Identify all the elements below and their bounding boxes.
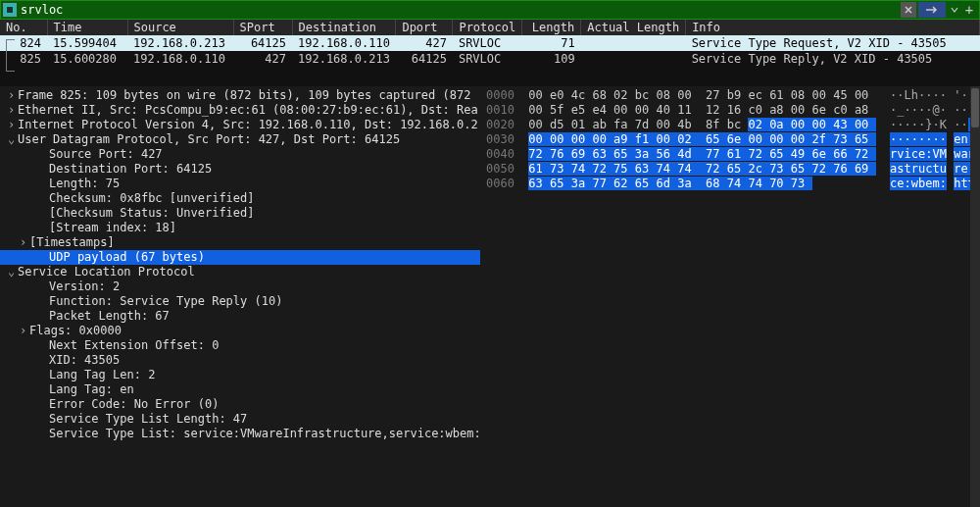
- hex-byte[interactable]: 00: [656, 118, 669, 131]
- hex-byte[interactable]: 73: [791, 177, 805, 190]
- hex-byte[interactable]: 00: [812, 118, 826, 131]
- hex-byte[interactable]: 73: [833, 132, 847, 146]
- hex-byte[interactable]: 65: [635, 177, 649, 190]
- hex-byte[interactable]: 00: [791, 103, 805, 117]
- hex-byte[interactable]: 2f: [812, 132, 826, 146]
- col-actual-length[interactable]: Actual Length: [581, 20, 686, 35]
- col-length[interactable]: Length: [522, 20, 581, 35]
- hex-byte[interactable]: 08: [791, 88, 805, 102]
- col-sport[interactable]: SPort: [233, 20, 292, 35]
- tree-node[interactable]: Function: Service Type Reply (10): [0, 294, 480, 309]
- tree-node[interactable]: ›Flags: 0x0000: [0, 324, 480, 338]
- display-filter-input[interactable]: [21, 3, 901, 17]
- clear-filter-button[interactable]: [901, 2, 916, 18]
- hex-byte[interactable]: e5: [571, 103, 585, 117]
- hex-byte[interactable]: 72: [592, 162, 606, 176]
- hex-line[interactable]: 0020 00 d5 01 ab fa 7d 00 4b 8f bc 02 0a…: [486, 118, 974, 132]
- hex-byte[interactable]: 69: [571, 147, 585, 161]
- hex-byte[interactable]: a8: [855, 103, 868, 117]
- hex-byte[interactable]: 6e: [812, 147, 826, 161]
- hex-byte[interactable]: e4: [592, 103, 606, 117]
- hex-byte[interactable]: 65: [791, 162, 805, 176]
- hex-byte[interactable]: 02: [677, 132, 691, 146]
- hex-byte[interactable]: 76: [550, 147, 564, 161]
- hex-byte[interactable]: 00: [571, 132, 585, 146]
- hex-byte[interactable]: 11: [677, 103, 691, 117]
- hex-line[interactable]: 0040 72 76 69 63 65 3a 56 4d 77 61 72 65…: [486, 147, 974, 162]
- hex-byte[interactable]: 70: [769, 177, 783, 190]
- hex-byte[interactable]: d5: [550, 118, 564, 131]
- col-source[interactable]: Source: [127, 20, 233, 35]
- hex-byte[interactable]: 72: [748, 147, 761, 161]
- hex-line[interactable]: 0000 00 e0 4c 68 02 bc 08 00 27 b9 ec 61…: [486, 88, 974, 103]
- hex-byte[interactable]: 63: [635, 162, 649, 176]
- hex-byte[interactable]: 00: [677, 88, 691, 102]
- hex-byte[interactable]: 7d: [635, 118, 649, 131]
- hex-byte[interactable]: 66: [833, 147, 847, 161]
- hex-byte[interactable]: 68: [706, 177, 719, 190]
- hex-byte[interactable]: 65: [706, 132, 719, 146]
- hex-byte[interactable]: 00: [656, 132, 669, 146]
- hex-byte[interactable]: 65: [613, 147, 627, 161]
- tree-node[interactable]: ›Internet Protocol Version 4, Src: 192.1…: [0, 118, 480, 132]
- hex-byte[interactable]: bc: [635, 88, 649, 102]
- hex-line[interactable]: 0050 61 73 74 72 75 63 74 74 72 65 2c 73…: [486, 162, 974, 177]
- col-protocol[interactable]: Protocol: [453, 20, 522, 35]
- tree-node[interactable]: [Stream index: 18]: [0, 221, 480, 235]
- tree-node[interactable]: Packet Length: 67: [0, 309, 480, 324]
- hex-byte[interactable]: 6e: [727, 132, 741, 146]
- hex-byte[interactable]: 61: [727, 147, 741, 161]
- hex-byte[interactable]: 00: [592, 132, 606, 146]
- hex-byte[interactable]: 43: [833, 118, 847, 131]
- hex-byte[interactable]: 74: [571, 162, 585, 176]
- hex-byte[interactable]: 40: [656, 103, 669, 117]
- hex-byte[interactable]: 76: [833, 162, 847, 176]
- hex-byte[interactable]: 73: [550, 162, 564, 176]
- tree-node[interactable]: Error Code: No Error (0): [0, 397, 480, 412]
- hex-byte[interactable]: 63: [592, 147, 606, 161]
- hex-byte[interactable]: 8f: [706, 118, 719, 131]
- hex-byte[interactable]: 63: [528, 177, 542, 190]
- hex-byte[interactable]: e0: [550, 88, 564, 102]
- filter-history-dropdown[interactable]: [948, 2, 961, 18]
- col-dport[interactable]: Dport: [396, 20, 453, 35]
- hex-byte[interactable]: 00: [550, 132, 564, 146]
- hex-byte[interactable]: 45: [833, 88, 847, 102]
- hex-byte[interactable]: 2c: [748, 162, 761, 176]
- hex-byte[interactable]: 00: [528, 88, 542, 102]
- hex-byte[interactable]: 02: [613, 88, 627, 102]
- expand-toggle-icon[interactable]: ›: [20, 324, 29, 338]
- hex-byte[interactable]: 65: [769, 147, 783, 161]
- hex-line[interactable]: 0030 00 00 00 00 a9 f1 00 02 65 6e 00 00…: [486, 132, 974, 147]
- hex-byte[interactable]: 4d: [677, 147, 691, 161]
- hex-byte[interactable]: 62: [613, 177, 627, 190]
- hex-byte[interactable]: 00: [528, 103, 542, 117]
- hex-byte[interactable]: 00: [635, 103, 649, 117]
- col-time[interactable]: Time: [47, 20, 127, 35]
- hex-byte[interactable]: 74: [656, 162, 669, 176]
- hex-byte[interactable]: 01: [571, 118, 585, 131]
- hex-byte[interactable]: 74: [677, 162, 691, 176]
- tree-node[interactable]: Lang Tag: en: [0, 382, 480, 397]
- hex-byte[interactable]: bc: [727, 118, 741, 131]
- expand-toggle-icon[interactable]: ›: [8, 103, 18, 118]
- hex-byte[interactable]: fa: [613, 118, 627, 131]
- packet-row[interactable]: 82515.600280192.168.0.110427192.168.0.21…: [0, 51, 980, 67]
- tree-node[interactable]: XID: 43505: [0, 353, 480, 368]
- hex-byte[interactable]: 65: [855, 132, 868, 146]
- hex-byte[interactable]: b9: [727, 88, 741, 102]
- hex-byte[interactable]: 72: [812, 162, 826, 176]
- hex-byte[interactable]: 72: [528, 147, 542, 161]
- hex-byte[interactable]: 0a: [769, 118, 783, 131]
- hex-byte[interactable]: 68: [592, 88, 606, 102]
- hex-byte[interactable]: 49: [791, 147, 805, 161]
- hex-byte[interactable]: c0: [833, 103, 847, 117]
- hex-byte[interactable]: 12: [706, 103, 719, 117]
- hex-byte[interactable]: 77: [592, 177, 606, 190]
- scrollbar[interactable]: [970, 86, 980, 507]
- hex-byte[interactable]: 72: [855, 147, 868, 161]
- tree-node[interactable]: Service Type List: service:VMwareInfrast…: [0, 427, 480, 441]
- tree-node[interactable]: ›Frame 825: 109 bytes on wire (872 bits)…: [0, 88, 480, 103]
- hex-byte[interactable]: 3a: [571, 177, 585, 190]
- hex-byte[interactable]: f1: [635, 132, 649, 146]
